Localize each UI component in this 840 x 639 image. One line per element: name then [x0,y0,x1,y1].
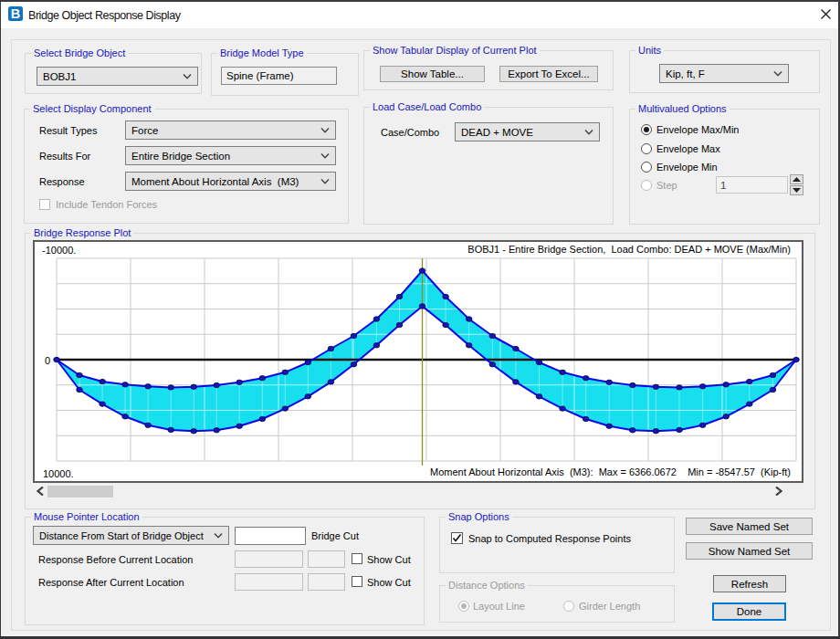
svg-text:BOBJ1 - Entire Bridge Section,: BOBJ1 - Entire Bridge Section, Load Comb… [467,244,791,255]
svg-text:-10000.: -10000. [42,245,76,256]
svg-text:0: 0 [45,355,50,366]
svg-text:10000.: 10000. [43,468,74,479]
svg-text:Moment About Horizontal Axis: Moment About Horizontal Axis (M3): Max =… [430,466,791,477]
